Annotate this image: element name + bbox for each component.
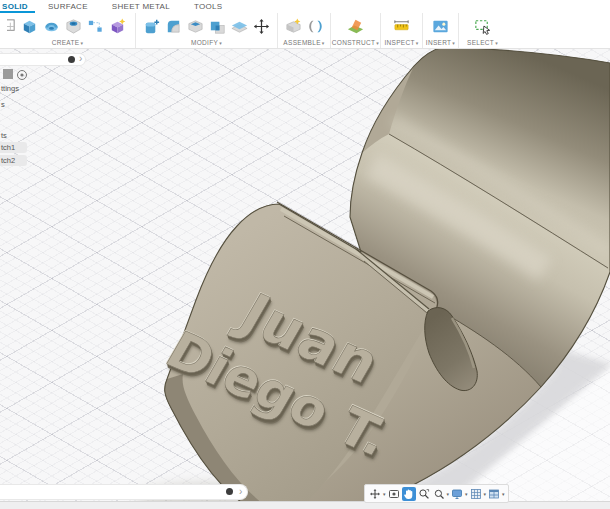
press-pull-icon[interactable] [142, 16, 162, 36]
browser-item-sketches[interactable]: ts [1, 131, 7, 140]
group-insert: INSERT▾ [423, 13, 459, 48]
dropdown-caret-icon[interactable]: ▾ [447, 491, 450, 497]
combine-icon[interactable] [208, 16, 228, 36]
dropdown-caret-icon[interactable]: ▾ [465, 491, 468, 497]
dropdown-caret-icon: ▾ [495, 39, 498, 47]
move-icon[interactable] [252, 16, 272, 36]
pan-icon[interactable] [402, 487, 416, 501]
insert-image-icon[interactable] [431, 16, 451, 36]
grid-snaps-icon[interactable] [469, 487, 483, 501]
extrude-icon[interactable] [20, 16, 40, 36]
create-label[interactable]: CREATE▾ [52, 39, 84, 47]
revolve-icon[interactable] [42, 16, 62, 36]
dropdown-caret-icon: ▾ [219, 39, 222, 47]
timeline-bar[interactable] [0, 484, 248, 500]
fillet-icon[interactable] [164, 16, 184, 36]
construct-label[interactable]: CONSTRUCT▾ [332, 39, 379, 47]
zoom-window-icon[interactable] [417, 487, 431, 501]
group-construct: CONSTRUCT▾ [331, 13, 381, 48]
modify-label[interactable]: MODIFY▾ [191, 39, 222, 47]
browser-item-document-settings[interactable]: ttings [1, 84, 19, 93]
dropdown-caret-icon[interactable]: ▾ [484, 491, 487, 497]
timeline-dot-icon [226, 488, 233, 495]
browser-item-sketch2[interactable]: tch2 [1, 156, 15, 165]
joint-icon[interactable] [305, 16, 325, 36]
assemble-label[interactable]: ASSEMBLE▾ [283, 39, 324, 47]
tab-tools[interactable]: TOOLS [188, 2, 228, 11]
browser-item-sketch1[interactable]: tch1 [1, 143, 15, 152]
tab-solid[interactable]: SOLID [0, 2, 34, 11]
display-settings-icon[interactable] [450, 487, 464, 501]
form-icon[interactable] [108, 16, 128, 36]
group-select: SELECT▾ [459, 13, 506, 48]
dropdown-caret-icon: ▾ [80, 39, 83, 47]
inspect-label[interactable]: INSPECT▾ [384, 39, 418, 47]
timeline-expand-chevron-icon[interactable]: › [239, 487, 242, 497]
pattern-icon[interactable] [86, 16, 106, 36]
browser-swatch-icon[interactable] [3, 69, 13, 79]
measure-icon[interactable] [392, 16, 412, 36]
viewport-canvas[interactable] [0, 48, 610, 509]
insert-label[interactable]: INSERT▾ [426, 39, 455, 47]
dropdown-caret-icon: ▾ [322, 39, 325, 47]
tab-sheet-metal[interactable]: SHEET METAL [106, 2, 176, 11]
select-box-icon[interactable] [473, 16, 493, 36]
group-inspect: INSPECT▾ [381, 13, 423, 48]
look-at-icon[interactable] [387, 487, 401, 501]
dropdown-caret-icon: ▾ [452, 39, 455, 47]
ribbon-groups: CREATE▾ [0, 13, 610, 48]
active-tab-underline [0, 11, 35, 13]
hole-icon[interactable] [64, 16, 84, 36]
offset-face-icon[interactable] [230, 16, 250, 36]
dropdown-caret-icon[interactable]: ▾ [383, 491, 386, 497]
fusion360-window: Juan Diego T. SOLID SURFACE SHEET METAL … [0, 0, 610, 509]
select-label[interactable]: SELECT▾ [467, 39, 498, 47]
window-edge-strip [0, 501, 610, 509]
viewports-icon[interactable] [487, 487, 501, 501]
dropdown-caret-icon: ▾ [416, 39, 419, 47]
group-modify: MODIFY▾ [136, 13, 278, 48]
new-component-icon[interactable] [283, 16, 303, 36]
workspace-tabs: SOLID SURFACE SHEET METAL TOOLS [0, 0, 610, 13]
plane-icon[interactable] [346, 16, 366, 36]
sketch-icon[interactable] [7, 16, 18, 36]
dropdown-caret-icon[interactable]: ▾ [502, 491, 505, 497]
browser-collapse-chevron-icon[interactable]: › [79, 54, 82, 64]
dropdown-caret-icon: ▾ [376, 39, 379, 47]
browser-dot-icon [68, 56, 75, 63]
shell-icon[interactable] [186, 16, 206, 36]
group-assemble: ASSEMBLE▾ [278, 13, 331, 48]
orbit-icon[interactable] [368, 487, 382, 501]
tab-surface[interactable]: SURFACE [42, 2, 94, 11]
browser-visibility-icon[interactable] [16, 67, 28, 85]
ribbon-toolbar: SOLID SURFACE SHEET METAL TOOLS [0, 0, 610, 49]
view-navigation-bar: ▾ ▾ ▾ ▾ ▾ [364, 484, 509, 503]
browser-item-named-views[interactable]: s [1, 100, 5, 109]
fit-icon[interactable] [432, 487, 446, 501]
group-create: CREATE▾ [0, 13, 136, 48]
